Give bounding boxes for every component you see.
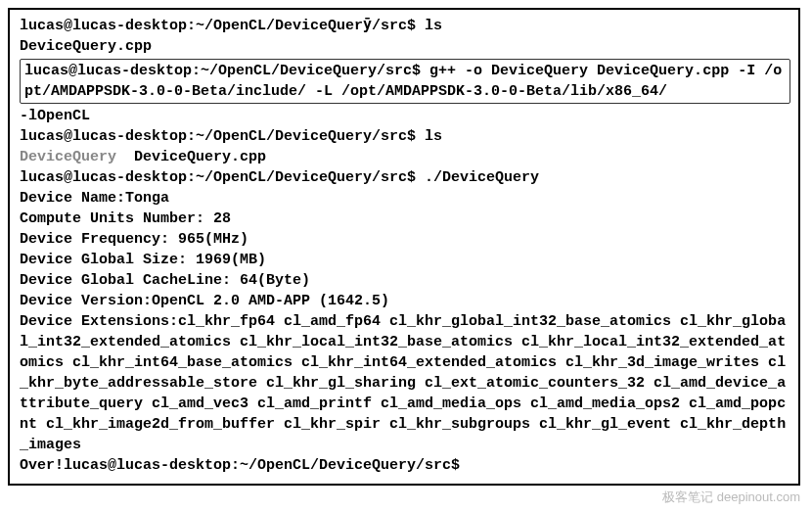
prompt: lucas@lucas-desktop:~/OpenCL/DeviceQuery…: [20, 128, 416, 145]
highlighted-command: lucas@lucas-desktop:~/OpenCL/DeviceQuery…: [20, 59, 790, 104]
prompt: lucas@lucas-desktop:~/OpenCL/DeviceQuery…: [64, 457, 460, 474]
command-text: ls: [416, 128, 442, 145]
output-line: Device Frequency: 965(MHz): [20, 229, 790, 250]
over-text: Over!: [20, 457, 64, 474]
executable-file: DeviceQuery: [20, 149, 116, 165]
output-line: DeviceQuery DeviceQuery.cpp: [20, 147, 790, 167]
output-line: Device Extensions:cl_khr_fp64 cl_amd_fp6…: [20, 311, 790, 455]
output-line: Device Global Size: 1969(MB): [20, 250, 790, 270]
source-file: DeviceQuery.cpp: [134, 149, 266, 165]
output-line: Device Name:Tonga: [20, 188, 790, 209]
prompt: lucas@lucas-desktop:~/OpenCL/DeviceQuery…: [20, 18, 416, 34]
watermark: 极客笔记 deepinout.com: [662, 489, 800, 506]
output-line: DeviceQuery.cpp: [20, 36, 790, 57]
output-line: -lOpenCL: [20, 106, 790, 126]
terminal-line: lucas@lucas-desktop:~/OpenCL/DeviceQuery…: [20, 16, 790, 36]
terminal-line: Over!lucas@lucas-desktop:~/OpenCL/Device…: [20, 455, 790, 476]
terminal-window[interactable]: lucas@lucas-desktop:~/OpenCL/DeviceQuery…: [8, 8, 800, 486]
file-separator: [116, 149, 134, 165]
prompt: lucas@lucas-desktop:~/OpenCL/DeviceQuery…: [20, 169, 416, 186]
output-line: Device Global CacheLine: 64(Byte): [20, 270, 790, 291]
terminal-line: lucas@lucas-desktop:~/OpenCL/DeviceQuery…: [20, 167, 790, 188]
output-line: Compute Units Number: 28: [20, 209, 790, 229]
output-line: Device Version:OpenCL 2.0 AMD-APP (1642.…: [20, 291, 790, 311]
command-text: ./DeviceQuery: [416, 169, 539, 186]
terminal-line: lucas@lucas-desktop:~/OpenCL/DeviceQuery…: [20, 126, 790, 147]
prompt: lucas@lucas-desktop:~/OpenCL/DeviceQuery…: [24, 63, 421, 79]
command-text: ls: [416, 18, 442, 34]
